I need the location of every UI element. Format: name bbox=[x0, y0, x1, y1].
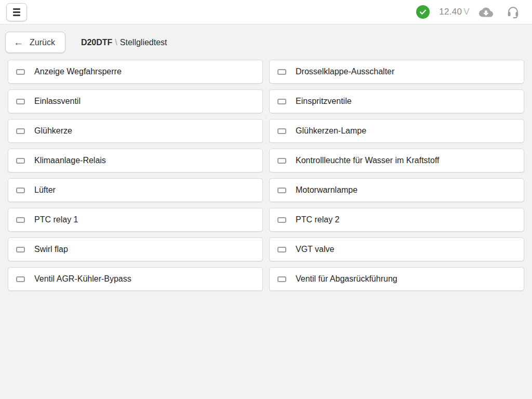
actuator-label: Kontrollleuchte für Wasser im Kraftstoff bbox=[296, 156, 440, 165]
actuator-icon bbox=[16, 276, 25, 282]
actuator-button[interactable]: Motorwarnlampe bbox=[269, 178, 524, 202]
back-button-label: Zurück bbox=[30, 38, 55, 47]
actuator-icon bbox=[16, 128, 25, 134]
actuator-button[interactable]: Glühkerze bbox=[8, 119, 263, 143]
actuator-button[interactable]: Lüfter bbox=[8, 178, 263, 202]
actuator-label: Ventil AGR-Kühler-Bypass bbox=[34, 274, 131, 284]
actuator-button[interactable]: Klimaanlage-Relais bbox=[8, 149, 263, 172]
breadcrumb-ecu: D20DTF bbox=[81, 38, 112, 47]
top-bar: 12.40V bbox=[0, 0, 532, 24]
breadcrumb-separator: \ bbox=[115, 38, 117, 47]
breadcrumb-page: Stellgliedtest bbox=[120, 38, 167, 47]
battery-voltage: 12.40V bbox=[439, 7, 470, 17]
actuator-button[interactable]: Ventil AGR-Kühler-Bypass bbox=[8, 267, 263, 291]
actuator-icon bbox=[277, 99, 286, 104]
actuator-label: VGT valve bbox=[296, 245, 334, 254]
actuator-button[interactable]: Einspritzventile bbox=[269, 89, 524, 113]
actuator-icon bbox=[16, 217, 25, 223]
actuator-label: PTC relay 1 bbox=[34, 215, 78, 224]
actuator-icon bbox=[277, 69, 286, 75]
topbar-status-area: 12.40V bbox=[416, 5, 520, 19]
actuator-label: Swirl flap bbox=[34, 245, 68, 254]
actuator-label: Glühkerzen-Lampe bbox=[296, 126, 366, 136]
breadcrumb: D20DTF\Stellgliedtest bbox=[81, 38, 167, 47]
actuator-icon bbox=[16, 188, 25, 193]
actuator-label: Ventil für Abgasrückführung bbox=[296, 274, 397, 284]
headset-icon[interactable] bbox=[507, 5, 520, 19]
actuator-button[interactable]: Swirl flap bbox=[8, 237, 263, 261]
actuator-icon bbox=[277, 128, 286, 134]
actuator-button[interactable]: PTC relay 1 bbox=[8, 208, 263, 232]
actuator-button[interactable]: Ventil für Abgasrückführung bbox=[269, 267, 524, 291]
actuator-button[interactable]: PTC relay 2 bbox=[269, 208, 524, 232]
sub-header: ← Zurück D20DTF\Stellgliedtest bbox=[0, 24, 532, 53]
actuator-icon bbox=[16, 247, 25, 252]
menu-button[interactable] bbox=[6, 3, 27, 21]
cloud-download-icon[interactable] bbox=[479, 7, 493, 18]
actuator-icon bbox=[16, 69, 25, 75]
voltage-unit: V bbox=[463, 7, 470, 17]
hamburger-icon bbox=[13, 8, 20, 16]
actuator-icon bbox=[277, 188, 286, 193]
voltage-value: 12.40 bbox=[439, 7, 462, 17]
actuator-label: Einspritzventile bbox=[296, 97, 352, 106]
actuator-icon bbox=[277, 276, 286, 282]
actuator-label: PTC relay 2 bbox=[296, 215, 339, 224]
actuator-button[interactable]: VGT valve bbox=[269, 237, 524, 261]
app-root: 12.40V ← Z bbox=[0, 0, 532, 291]
actuator-label: Einlassventil bbox=[34, 97, 81, 106]
actuator-label: Motorwarnlampe bbox=[296, 185, 357, 195]
left-arrow-icon: ← bbox=[14, 37, 23, 47]
back-button[interactable]: ← Zurück bbox=[5, 32, 65, 53]
actuator-icon bbox=[277, 158, 286, 164]
actuator-label: Glühkerze bbox=[34, 126, 72, 136]
actuator-icon bbox=[16, 99, 25, 104]
actuator-button[interactable]: Anzeige Wegfahrsperre bbox=[8, 60, 263, 84]
actuator-button[interactable]: Kontrollleuchte für Wasser im Kraftstoff bbox=[269, 149, 524, 172]
actuator-label: Anzeige Wegfahrsperre bbox=[34, 67, 122, 76]
check-circle-icon bbox=[416, 5, 430, 19]
actuator-button[interactable]: Drosselklappe-Ausschalter bbox=[269, 60, 524, 84]
actuator-button[interactable]: Einlassventil bbox=[8, 89, 263, 113]
actuator-button[interactable]: Glühkerzen-Lampe bbox=[269, 119, 524, 143]
actuator-label: Drosselklappe-Ausschalter bbox=[296, 67, 394, 76]
actuator-grid: Anzeige Wegfahrsperre Drosselklappe-Auss… bbox=[8, 60, 524, 291]
actuator-icon bbox=[277, 247, 286, 252]
actuator-label: Lüfter bbox=[34, 185, 56, 195]
actuator-label: Klimaanlage-Relais bbox=[34, 156, 106, 165]
actuator-icon bbox=[16, 158, 25, 164]
actuator-icon bbox=[277, 217, 286, 223]
